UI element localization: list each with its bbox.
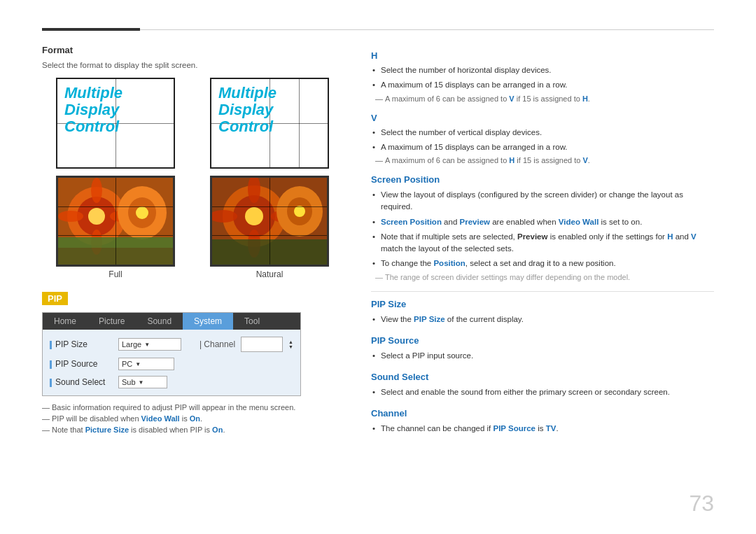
page-container: Format Select the format to display the … [0, 0, 756, 534]
pip-tab-picture[interactable]: Picture [88, 313, 136, 330]
format-title: Format [42, 45, 343, 55]
v-ref-3: V [691, 232, 696, 241]
grid-v3 [299, 79, 300, 167]
sp-link-3: Video Wall [559, 218, 599, 226]
picture-size-link: Picture Size [85, 426, 129, 434]
position-link: Position [433, 259, 465, 267]
top-rule [42, 28, 714, 31]
channel-section: Channel The channel can be changed if PI… [371, 408, 714, 435]
pip-notes: Basic information required to adjust PIP… [42, 403, 343, 434]
pip-size-select[interactable]: Large ▼ [118, 338, 181, 351]
pip-sound-select[interactable]: Sub ▼ [118, 376, 167, 388]
pip-source-label: PIP Source [50, 359, 113, 369]
pip-source-section: PIP Source Select a PIP input source. [371, 335, 714, 362]
pip-source-link-2: PIP Source [493, 424, 536, 433]
format-img-text-1: MultipleDisplayControl [57, 79, 130, 141]
pip-tab-home[interactable]: Home [43, 313, 88, 330]
format-desc: Select the format to display the split s… [42, 61, 343, 69]
pip-menu: Home Picture Sound System Tool PIP Size [42, 312, 301, 396]
format-grid-flower2 [212, 178, 327, 265]
pip-badge: PIP [42, 292, 68, 305]
sp-bullet-4: To change the Position, select a set and… [371, 258, 714, 269]
v-ref-1: V [509, 94, 514, 103]
format-img-text-2: MultipleDisplayControl [211, 79, 284, 141]
format-flower-1 [56, 176, 175, 267]
v-section: V Select the number of vertical display … [371, 113, 714, 165]
left-column: Format Select the format to display the … [42, 45, 343, 513]
sp-link-2: Preview [460, 218, 490, 226]
on-link-2: On [212, 426, 223, 434]
pip-size-section: PIP Size View the PIP Size of the curren… [371, 299, 714, 325]
pip-tab-sound[interactable]: Sound [136, 313, 183, 330]
screen-position-bullets: View the layout of displays (configured … [371, 189, 714, 270]
format-img-full: MultipleDisplayControl [56, 78, 175, 169]
label-natural: Natural [256, 269, 284, 279]
main-content: Format Select the format to display the … [42, 45, 714, 513]
channel-arrows[interactable]: ▲ ▼ [288, 339, 293, 349]
sound-select-section: Sound Select Select and enable the sound… [371, 372, 714, 398]
sp-bullet-2: Screen Position and Preview are enabled … [371, 216, 714, 228]
sp-bullet-3: Note that if multiple sets are selected,… [371, 231, 714, 255]
bar-icon-3 [50, 379, 52, 387]
pip-size-title: PIP Size [371, 299, 714, 309]
pip-source-select[interactable]: PC ▼ [118, 358, 174, 370]
pip-source-bullets: Select a PIP input source. [371, 350, 714, 362]
rule-thick [42, 28, 140, 31]
h-ref-2: H [509, 156, 514, 164]
pip-section: PIP Home Picture Sound System Tool [42, 292, 343, 434]
sound-select-title: Sound Select [371, 372, 714, 382]
sp-link-1: Screen Position [381, 218, 442, 226]
video-wall-link: Video Wall [141, 414, 180, 423]
pip-row-size: PIP Size Large ▼ | Channel ▲ ▼ [43, 334, 300, 355]
sp-bullet-1: View the layout of displays (configured … [371, 189, 714, 213]
h-bullet-list: Select the number of horizontal display … [371, 64, 714, 92]
channel-bullet-1: The channel can be changed if PIP Source… [371, 423, 714, 435]
on-link-1: On [190, 414, 200, 423]
channel-bullets: The channel can be changed if PIP Source… [371, 423, 714, 435]
fgridv1 [115, 178, 116, 265]
pip-note-2: PIP will be disabled when Video Wall is … [42, 414, 343, 423]
pip-note-1: Basic information required to adjust PIP… [42, 403, 343, 412]
chevron-down-icon-src: ▼ [135, 361, 141, 367]
pip-tab-tool[interactable]: Tool [233, 313, 271, 330]
pip-source-bullet-1: Select a PIP input source. [371, 350, 714, 362]
v-bullet-list: Select the number of vertical display de… [371, 127, 714, 154]
pip-tab-system[interactable]: System [183, 313, 233, 330]
h-bullet-1: Select the number of horizontal display … [371, 64, 714, 76]
v-label: V [371, 113, 714, 123]
h-ref-1: H [582, 94, 588, 103]
divider-1 [371, 291, 714, 292]
pip-size-bullet-1: View the PIP Size of the current display… [371, 314, 714, 325]
pip-sound-label: Sound Select [50, 377, 113, 387]
v-bullet-1: Select the number of vertical display de… [371, 127, 714, 139]
v-note: A maximum of 6 can be assigned to H if 1… [371, 156, 714, 164]
screen-position-title: Screen Position [371, 174, 714, 185]
right-column: H Select the number of horizontal displa… [371, 45, 714, 513]
format-grid-flower1 [58, 178, 173, 265]
label-full: Full [108, 269, 122, 279]
pip-size-bullets: View the PIP Size of the current display… [371, 314, 714, 325]
chevron-down-icon: ▼ [144, 342, 150, 348]
pip-source-title: PIP Source [371, 335, 714, 346]
channel-label: | Channel [200, 339, 235, 349]
sound-select-bullet-1: Select and enable the sound from either … [371, 386, 714, 398]
screen-position-section: Screen Position View the layout of displ… [371, 174, 714, 281]
pip-menu-body: PIP Size Large ▼ | Channel ▲ ▼ [43, 330, 300, 395]
format-flower-2 [210, 176, 329, 267]
preview-strong: Preview [517, 232, 547, 241]
bar-icon-2 [50, 360, 52, 369]
fgridv2 [270, 178, 270, 265]
channel-input[interactable] [241, 337, 283, 352]
format-item-full: MultipleDisplayControl [42, 78, 189, 169]
pip-row-source: PIP Source PC ▼ [43, 355, 300, 373]
h-section: H Select the number of horizontal displa… [371, 50, 714, 103]
sound-select-bullets: Select and enable the sound from either … [371, 386, 714, 398]
pip-menu-tabs: Home Picture Sound System Tool [43, 313, 300, 330]
pip-size-label: PIP Size [50, 339, 113, 349]
rule-thin [140, 29, 714, 30]
h-bullet-2: A maximum of 15 displays can be arranged… [371, 79, 714, 91]
v-bullet-2: A maximum of 15 displays can be arranged… [371, 141, 714, 153]
chevron-down-icon-ch: ▼ [288, 344, 293, 349]
format-images: MultipleDisplayControl MultipleDisplayCo… [42, 78, 343, 279]
chevron-down-icon-snd: ▼ [139, 379, 144, 386]
